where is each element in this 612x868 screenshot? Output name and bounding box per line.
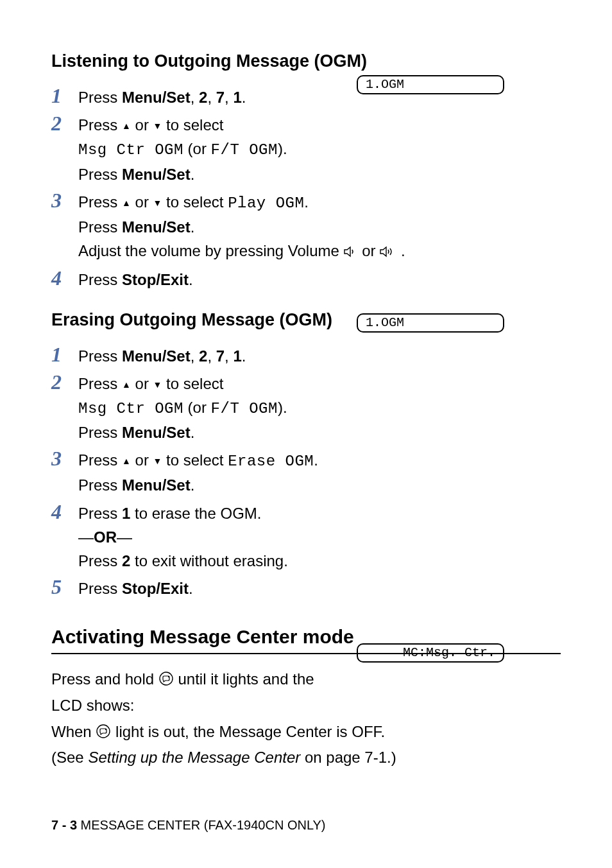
text: to select — [162, 116, 223, 134]
key-stop-exit: Stop/Exit — [122, 580, 189, 597]
key-1: 1 — [122, 505, 130, 522]
text: or — [131, 193, 153, 211]
lcd-text: F/T OGM — [211, 400, 278, 417]
key-menu-set: Menu/Set — [122, 166, 191, 183]
text: . — [314, 451, 318, 469]
message-center-button-icon — [96, 722, 111, 745]
down-arrow-icon — [153, 116, 162, 134]
text: . — [191, 424, 195, 441]
key-7: 7 — [216, 347, 225, 365]
paragraph: When light is out, the Message Center is… — [51, 720, 561, 769]
lcd-display-2: 1.OGM — [357, 313, 504, 333]
step-number: 2 — [51, 113, 78, 135]
text: Press — [78, 271, 122, 288]
text: light is out, the Message Center is OFF. — [111, 723, 385, 740]
step-number: 5 — [51, 577, 78, 598]
key-menu-set: Menu/Set — [122, 218, 191, 236]
step-2-4: 4 Press 1 to erase the OGM. —OR— Press 2… — [51, 501, 561, 573]
page-content: Listening to Outgoing Message (OGM) 1.OG… — [51, 51, 561, 769]
lcd-text: Msg Ctr OGM — [78, 400, 183, 417]
text: . — [191, 476, 195, 494]
text: Press — [78, 347, 122, 365]
text: , — [191, 347, 199, 365]
up-arrow-icon — [122, 451, 131, 469]
text: Press — [78, 193, 122, 211]
lcd-text: Play OGM — [228, 195, 304, 212]
step-1-2: 2 Press or to select Msg Ctr OGM (or F/T… — [51, 113, 561, 186]
step-body: Press Stop/Exit. — [78, 577, 561, 600]
step-number: 1 — [51, 85, 78, 107]
text: — — [117, 528, 132, 546]
paragraph: Press and hold until it lights and the L… — [51, 667, 561, 716]
heading-listening-ogm: Listening to Outgoing Message (OGM) — [51, 51, 561, 71]
footer-title: MESSAGE CENTER (FAX-1940CN ONLY) — [77, 818, 326, 832]
text: — — [78, 528, 94, 546]
lcd-text: F/T OGM — [211, 141, 278, 159]
text: (or — [183, 399, 211, 416]
text: When — [51, 723, 96, 740]
key-7: 7 — [216, 89, 225, 106]
step-1-4: 4 Press Stop/Exit. — [51, 268, 561, 291]
text: to select — [162, 375, 223, 392]
text: Press — [78, 89, 122, 106]
lcd-text: Msg Ctr OGM — [78, 141, 183, 159]
text: Press — [78, 476, 122, 494]
step-body: Press or to select Msg Ctr OGM (or F/T O… — [78, 113, 561, 186]
key-1: 1 — [233, 347, 241, 365]
text: (or — [183, 140, 211, 157]
step-2-5: 5 Press Stop/Exit. — [51, 577, 561, 600]
text: Press — [78, 505, 122, 522]
text: , — [191, 89, 199, 106]
volume-down-icon — [344, 240, 358, 264]
key-menu-set: Menu/Set — [122, 347, 191, 365]
svg-point-3 — [105, 729, 106, 730]
key-menu-set: Menu/Set — [122, 424, 191, 441]
text: to select — [162, 193, 228, 211]
text: , — [207, 89, 216, 106]
text: . — [191, 166, 195, 183]
text: or — [131, 451, 153, 469]
key-2: 2 — [199, 89, 207, 106]
text: . — [189, 580, 193, 597]
step-body: Press Stop/Exit. — [78, 268, 561, 291]
text: until it lights and the — [174, 670, 314, 688]
text: to erase the OGM. — [130, 505, 261, 522]
lcd-display-1: 1.OGM — [357, 75, 504, 94]
text: . — [191, 218, 195, 236]
lcd-text: Erase OGM — [228, 453, 314, 470]
text: Press — [78, 116, 122, 134]
step-number: 3 — [51, 448, 78, 470]
text: ). — [278, 140, 287, 157]
text: Press — [78, 375, 122, 392]
page-number: 7 - 3 — [51, 818, 77, 832]
text: or — [131, 116, 153, 134]
step-2-1: 1 Press Menu/Set, 2, 7, 1. — [51, 344, 561, 368]
up-arrow-icon — [122, 193, 131, 211]
text: ). — [278, 399, 287, 416]
key-1: 1 — [233, 89, 241, 106]
down-arrow-icon — [153, 193, 162, 211]
text: Press — [78, 552, 122, 569]
text: LCD shows: — [51, 693, 561, 717]
volume-up-icon — [380, 240, 396, 264]
step-number: 4 — [51, 268, 78, 290]
text: Press — [78, 218, 122, 236]
text: . — [242, 89, 246, 106]
message-center-button-icon — [158, 669, 174, 693]
text: Press — [78, 424, 122, 441]
key-menu-set: Menu/Set — [122, 476, 191, 494]
step-2-2: 2 Press or to select Msg Ctr OGM (or F/T… — [51, 372, 561, 445]
step-body: Press or to select Msg Ctr OGM (or F/T O… — [78, 372, 561, 445]
step-number: 1 — [51, 344, 78, 366]
text: Adjust the volume by pressing Volume — [78, 242, 344, 259]
text: (See — [51, 749, 88, 766]
up-arrow-icon — [122, 375, 131, 392]
text: , — [225, 89, 233, 106]
down-arrow-icon — [153, 451, 162, 469]
text: . — [189, 271, 193, 288]
text: Press — [78, 580, 122, 597]
up-arrow-icon — [122, 116, 131, 134]
step-body: Press 1 to erase the OGM. —OR— Press 2 t… — [78, 501, 561, 573]
text: . — [242, 347, 246, 365]
key-stop-exit: Stop/Exit — [122, 271, 189, 288]
